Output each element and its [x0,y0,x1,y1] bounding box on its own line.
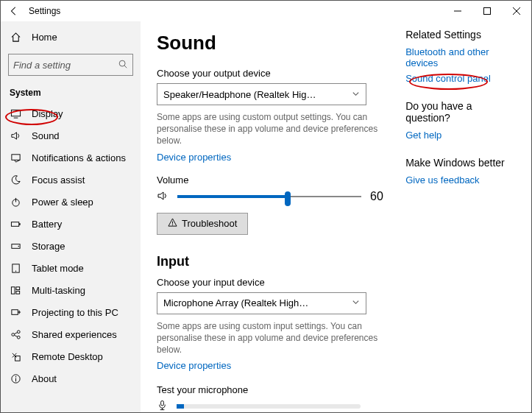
svg-point-16 [15,270,15,271]
output-device-props-link[interactable]: Device properties [157,152,231,163]
mic-level-bar [177,404,361,409]
volume-value: 60 [370,190,383,203]
chevron-down-icon [352,89,360,100]
svg-rect-17 [11,286,15,293]
chevron-down-icon [352,297,360,308]
input-note: Some apps are using custom input setting… [157,320,391,356]
feedback-title: Make Windows better [405,157,517,169]
svg-point-14 [18,245,19,247]
shared-icon [10,329,21,340]
about-icon [10,373,21,384]
input-device-props-link[interactable]: Device properties [157,360,231,371]
sidebar-item-focus-assist[interactable]: Focus assist [1,169,141,191]
close-button[interactable] [502,1,531,21]
warning-icon [168,218,177,230]
display-icon [10,108,21,119]
output-note: Some apps are using custom output settin… [157,111,391,147]
search-icon [118,59,128,71]
mic-test-label: Test your microphone [157,384,391,395]
sidebar: Home Find a setting System DisplaySoundN… [1,21,141,412]
svg-point-28 [15,375,16,377]
sidebar-item-battery[interactable]: Battery [1,213,141,235]
sidebar-item-remote-desktop[interactable]: Remote Desktop [1,345,141,367]
sidebar-item-label: Display [32,108,63,119]
sidebar-item-label: Multi-tasking [32,285,85,296]
sidebar-item-multi-tasking[interactable]: Multi-tasking [1,279,141,301]
sidebar-item-label: Shared experiences [32,329,117,340]
svg-rect-20 [11,309,17,314]
svg-rect-19 [15,291,19,294]
output-device-value: Speaker/Headphone (Realtek Hig… [163,89,316,100]
output-device-select[interactable]: Speaker/Headphone (Realtek Hig… [157,83,366,105]
question-title: Do you have a question? [405,100,517,124]
sidebar-item-label: About [32,373,57,384]
volume-icon [157,190,169,204]
app-title: Settings [29,6,60,16]
svg-point-21 [11,333,14,336]
power-icon [10,197,21,208]
sidebar-item-label: Storage [32,241,65,252]
output-choose-label: Choose your output device [157,68,391,79]
svg-line-5 [124,66,127,68]
sidebar-item-about[interactable]: About [1,367,141,389]
moon-icon [10,174,21,186]
input-device-value: Microphone Array (Realtek High… [163,297,308,308]
sidebar-item-storage[interactable]: Storage [1,235,141,257]
sidebar-item-tablet-mode[interactable]: Tablet mode [1,257,141,279]
sidebar-item-shared-experiences[interactable]: Shared experiences [1,323,141,345]
sidebar-item-label: Tablet mode [32,263,84,274]
svg-point-4 [119,60,125,66]
svg-rect-8 [11,154,19,160]
remote-icon [10,351,21,362]
svg-line-25 [14,335,17,336]
sidebar-item-label: Focus assist [32,174,85,186]
sidebar-item-label: Battery [32,219,62,230]
project-icon [10,307,21,318]
svg-rect-32 [161,401,164,406]
output-troubleshoot-button[interactable]: Troubleshoot [157,213,248,235]
input-choose-label: Choose your input device [157,277,391,288]
svg-rect-1 [484,8,491,15]
sidebar-item-label: Power & sleep [32,197,93,208]
sidebar-item-power-sleep[interactable]: Power & sleep [1,191,141,213]
link-get-help[interactable]: Get help [405,130,517,141]
svg-rect-6 [11,110,20,116]
input-device-select[interactable]: Microphone Array (Realtek High… [157,292,366,314]
input-heading: Input [157,254,391,269]
sidebar-group-system: System [1,83,141,102]
search-placeholder: Find a setting [13,60,71,71]
svg-rect-12 [19,223,20,225]
link-sound-control-panel[interactable]: Sound control panel [405,73,517,84]
maximize-button[interactable] [472,1,502,21]
sidebar-item-label: Projecting to this PC [32,307,118,318]
svg-rect-18 [15,286,19,289]
sidebar-item-display[interactable]: Display [1,102,141,124]
search-input[interactable]: Find a setting [8,54,133,76]
svg-point-22 [17,330,20,333]
bell-icon [10,152,21,163]
home-icon [10,32,21,43]
page-title: Sound [157,32,391,54]
back-button[interactable] [5,6,23,16]
svg-rect-11 [11,222,18,226]
svg-point-23 [17,336,20,339]
multitask-icon [10,285,21,296]
related-title: Related Settings [405,29,517,40]
sidebar-item-label: Remote Desktop [32,351,103,362]
sidebar-item-projecting-to-this-pc[interactable]: Projecting to this PC [1,301,141,323]
volume-slider[interactable] [177,191,361,202]
sidebar-home-label: Home [32,32,57,43]
svg-point-31 [172,224,173,225]
link-bluetooth[interactable]: Bluetooth and other devices [405,46,517,68]
sidebar-item-label: Sound [32,130,60,141]
sidebar-item-sound[interactable]: Sound [1,124,141,147]
sidebar-item-label: Notifications & actions [32,152,126,163]
titlebar: Settings [1,1,531,21]
sidebar-home[interactable]: Home [1,26,141,48]
storage-icon [10,241,21,252]
battery-icon [10,219,21,230]
link-feedback[interactable]: Give us feedback [405,174,517,186]
sidebar-item-notifications-actions[interactable]: Notifications & actions [1,147,141,169]
volume-label: Volume [157,174,391,186]
minimize-button[interactable] [443,1,472,21]
